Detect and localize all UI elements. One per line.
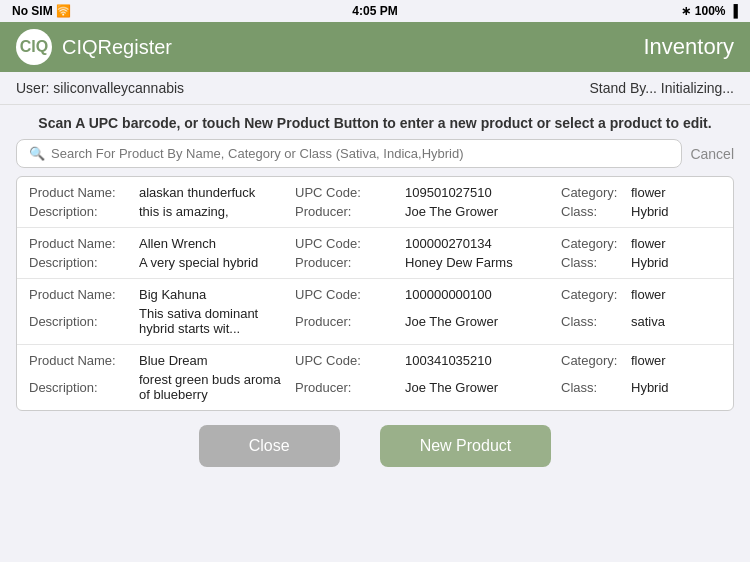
user-label: User: [16,80,49,96]
class-label: Class: [561,204,631,219]
producer-value: Joe The Grower [405,380,561,395]
product-name-value: Allen Wrench [139,236,295,251]
product-list: Product Name: alaskan thunderfuck UPC Co… [16,176,734,411]
description-value: This sativa dominant hybrid starts wit..… [139,306,295,336]
upc-code-value: 100000000100 [405,287,561,302]
category-value: flower [631,353,721,368]
product-row[interactable]: Product Name: Blue Dream UPC Code: 10034… [17,345,733,410]
producer-label: Producer: [295,204,405,219]
search-icon: 🔍 [29,146,45,161]
app-name: CIQRegister [62,36,172,59]
search-container: 🔍 Cancel [0,139,750,176]
class-label: Class: [561,314,631,329]
description-label: Description: [29,314,139,329]
producer-value: Honey Dew Farms [405,255,561,270]
product-name-label: Product Name: [29,185,139,200]
class-value: Hybrid [631,380,721,395]
description-label: Description: [29,204,139,219]
producer-label: Producer: [295,255,405,270]
close-button[interactable]: Close [199,425,340,467]
status-bar: No SIM 🛜 4:05 PM ∗ 100% ▐ [0,0,750,22]
search-input[interactable] [51,146,669,161]
status-right: ∗ 100% ▐ [681,4,738,18]
description-value: this is amazing, [139,204,295,219]
upc-code-value: 100000270134 [405,236,561,251]
battery-text: 100% [695,4,726,18]
logo-text: CIQ [20,38,48,56]
product-row[interactable]: Product Name: Allen Wrench UPC Code: 100… [17,228,733,279]
app-header: CIQ CIQRegister Inventory [0,22,750,72]
product-row[interactable]: Product Name: alaskan thunderfuck UPC Co… [17,177,733,228]
category-label: Category: [561,287,631,302]
product-name-label: Product Name: [29,287,139,302]
product-name-label: Product Name: [29,353,139,368]
producer-value: Joe The Grower [405,204,561,219]
signal-text: No SIM 🛜 [12,4,71,18]
producer-label: Producer: [295,380,405,395]
upc-code-label: UPC Code: [295,287,405,302]
upc-code-label: UPC Code: [295,236,405,251]
class-value: sativa [631,314,721,329]
upc-code-label: UPC Code: [295,353,405,368]
product-name-value: Big Kahuna [139,287,295,302]
new-product-button[interactable]: New Product [380,425,552,467]
category-label: Category: [561,185,631,200]
product-name-label: Product Name: [29,236,139,251]
status-text: Stand By... Initializing... [590,80,734,96]
description-value: forest green buds aroma of blueberry [139,372,295,402]
status-left: No SIM 🛜 [12,4,71,18]
header-left: CIQ CIQRegister [16,29,172,65]
search-box: 🔍 [16,139,682,168]
upc-code-value: 100341035210 [405,353,561,368]
bluetooth-icon: ∗ [681,4,691,18]
class-label: Class: [561,380,631,395]
upc-code-value: 109501027510 [405,185,561,200]
product-name-value: alaskan thunderfuck [139,185,295,200]
class-value: Hybrid [631,255,721,270]
instruction-text: Scan A UPC barcode, or touch New Product… [0,105,750,139]
battery-icon: ▐ [729,4,738,18]
status-time: 4:05 PM [352,4,397,18]
user-bar: User: siliconvalleycannabis Stand By... … [0,72,750,105]
category-value: flower [631,185,721,200]
upc-code-label: UPC Code: [295,185,405,200]
description-label: Description: [29,380,139,395]
product-row[interactable]: Product Name: Big Kahuna UPC Code: 10000… [17,279,733,345]
app-logo: CIQ [16,29,52,65]
product-name-value: Blue Dream [139,353,295,368]
category-value: flower [631,236,721,251]
cancel-button[interactable]: Cancel [690,146,734,162]
bottom-bar: Close New Product [0,411,750,477]
page-title: Inventory [644,34,735,60]
category-label: Category: [561,353,631,368]
description-value: A very special hybrid [139,255,295,270]
user-info: User: siliconvalleycannabis [16,80,184,96]
producer-value: Joe The Grower [405,314,561,329]
description-label: Description: [29,255,139,270]
class-label: Class: [561,255,631,270]
category-label: Category: [561,236,631,251]
category-value: flower [631,287,721,302]
producer-label: Producer: [295,314,405,329]
class-value: Hybrid [631,204,721,219]
